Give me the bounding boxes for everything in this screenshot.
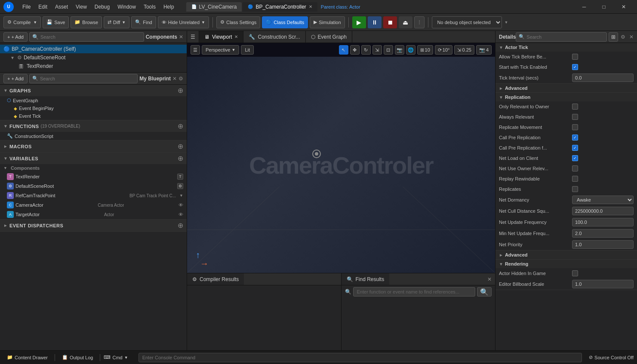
bp-item-constructionscript[interactable]: 🔧 ConstructionScript [0,132,187,140]
components-close-button[interactable]: ✕ [179,34,183,40]
blueprint-close-button[interactable]: ✕ [172,76,177,82]
bp-var-textrender[interactable]: T TextRender T [0,172,187,181]
browse-button[interactable]: 📁 Browse [71,16,102,28]
eventdispatchers-add-button[interactable]: ⊕ [178,221,183,229]
close-button[interactable]: ✕ [614,0,634,14]
surface-snap-button[interactable]: ⊡ [384,45,393,55]
graphs-add-button[interactable]: ⊕ [178,86,183,95]
menu-asset[interactable]: Asset [52,2,71,12]
maximize-button[interactable]: □ [594,0,614,14]
minimize-button[interactable]: ─ [574,0,594,14]
menu-tools[interactable]: Tools [140,2,159,12]
targetactor-eye-icon[interactable]: 👁 [178,212,183,217]
call-pre-rep-checkbox[interactable]: ✓ [572,135,578,141]
bp-functions-header[interactable]: ▼ FUNCTIONS (19 OVERRIDABLE) ⊕ [0,120,187,132]
output-log-button[interactable]: 📋 Output Log [58,353,96,362]
variables-add-button[interactable]: ⊕ [178,154,183,162]
parent-class-value[interactable]: Actor [349,4,360,9]
replay-rewindable-checkbox[interactable] [572,176,578,182]
bp-graphs-header[interactable]: ▼ GRAPHS ⊕ [0,85,187,96]
find-search-button[interactable]: 🔍 [477,287,492,297]
details-view-button[interactable]: ⊞ [609,32,618,42]
grid-snap-button[interactable]: ⊞ 10 [417,45,433,55]
details-rendering-header[interactable]: ▼ Rendering [495,260,637,268]
comp-item-textrender[interactable]: T TextRender [0,62,187,70]
hide-chevron[interactable]: ▼ [201,20,205,24]
details-advanced1-header[interactable]: ► Advanced [495,84,637,92]
blueprint-search-input[interactable] [40,76,135,81]
bp-item-beginplay[interactable]: ◆ Event BeginPlay [0,104,187,112]
menu-debug[interactable]: Debug [91,2,113,12]
scale-snap-button[interactable]: ⇲ 0.25 [454,45,474,55]
compile-button[interactable]: ⚙ Compile ▼ [3,16,41,28]
bp-eventdispatchers-header[interactable]: ► EVENT DISPATCHERS ⊕ [0,220,187,231]
debug-select-chevron[interactable]: ▼ [505,20,508,24]
actor-hidden-checkbox[interactable] [572,270,578,276]
menu-file[interactable]: File [19,2,34,12]
viewport-tab-close[interactable]: ✕ [234,34,238,39]
details-replication-header[interactable]: ▼ Replication [495,93,637,101]
console-input[interactable] [142,355,578,360]
min-net-update-input[interactable] [572,229,634,238]
hide-unrelated-button[interactable]: 👁 Hide Unrelated ▼ [158,16,209,28]
comp-item-defaultsceneroot[interactable]: ▼ ⚙ DefaultSceneRoot [0,53,187,62]
only-relevant-checkbox[interactable] [572,104,578,110]
scale-tool-button[interactable]: ⇲ [372,45,382,55]
bp-macros-header[interactable]: ► MACROS ⊕ [0,141,187,152]
bp-var-defaultsceneroot[interactable]: ⚙ DefaultSceneRoot ⚙ [0,181,187,191]
eject-button[interactable]: ⏏ [399,16,412,28]
rotate-tool-button[interactable]: ↻ [361,45,371,55]
replicate-movement-checkbox[interactable] [572,124,578,130]
always-relevant-checkbox[interactable] [572,114,578,120]
details-advanced2-header[interactable]: ► Advanced [495,251,637,259]
blueprint-add-button[interactable]: + + Add [3,74,28,83]
billboard-scale-input[interactable] [572,280,634,288]
stop-button[interactable]: ⏹ [383,16,397,28]
components-search-input[interactable] [40,34,141,40]
bp-variables-components-header[interactable]: ▼ Components [0,164,187,172]
world-space-button[interactable]: 🌐 [406,45,415,55]
viewport-menu-icon[interactable]: ☰ [191,45,200,55]
functions-add-button[interactable]: ⊕ [178,122,183,130]
move-tool-button[interactable]: ✥ [350,45,360,55]
angle-snap-button[interactable]: ⟳ 10° [435,45,453,55]
components-add-button[interactable]: + + Add [3,32,28,42]
blueprint-gear-icon[interactable]: ⚙ [178,76,183,82]
tick-interval-input[interactable] [572,73,634,82]
replicates-checkbox[interactable] [572,186,578,192]
details-gear-button[interactable]: ⚙ [618,32,628,42]
find-button[interactable]: 🔍 Find [131,16,156,28]
class-settings-button[interactable]: ⚙ Class Settings [216,16,260,28]
menu-edit[interactable]: Edit [35,2,51,12]
details-close-button[interactable]: ✕ [629,34,634,40]
play-more-button[interactable]: ⋮ [414,16,425,28]
net-cull-input[interactable] [572,207,634,215]
bp-var-targetactor[interactable]: A TargetActor Actor 👁 [0,210,187,219]
macros-add-button[interactable]: ⊕ [178,142,183,150]
tab-lv-cinecamera[interactable]: 📄 LV_CineCamera [186,2,242,12]
menu-window[interactable]: Window [114,2,139,12]
lit-button[interactable]: Lit [241,45,254,55]
save-button[interactable]: 💾 Save [43,16,69,28]
play-button[interactable]: ▶ [352,16,366,28]
bp-item-eventgraph[interactable]: ⬡ EventGraph [0,96,187,104]
cmd-dropdown[interactable]: ⌨ Cmd ▼ [104,355,128,360]
net-update-freq-input[interactable] [572,218,634,226]
perspective-button[interactable]: Perspective ▼ [202,45,239,55]
diff-button[interactable]: ⇄ Diff ▼ [104,16,129,28]
camera-fov-button[interactable]: 📷 4 [476,45,492,55]
compile-more[interactable]: ▼ [33,20,37,24]
details-search-input[interactable] [526,34,604,40]
refcamtrackpoint-chevron[interactable]: ▼ [179,193,183,198]
details-actor-tick-header[interactable]: ▼ Actor Tick [495,43,637,52]
class-defaults-button[interactable]: 🔵 Class Defaults [262,16,308,28]
source-control-button[interactable]: ⊘ Source Control Off [589,355,634,360]
net-load-checkbox[interactable]: ✓ [572,155,578,161]
tab-hamburger[interactable]: ☰ [187,31,199,43]
find-results-tab[interactable]: 🔍 Find Results [342,273,390,285]
cameraactor-eye-icon[interactable]: 👁 [178,202,183,208]
tab-viewport[interactable]: 🖥 Viewport ✕ [199,31,243,43]
diff-chevron[interactable]: ▼ [122,20,126,24]
select-tool-button[interactable]: ↖ [339,45,348,55]
allow-tick-checkbox[interactable] [572,54,578,60]
